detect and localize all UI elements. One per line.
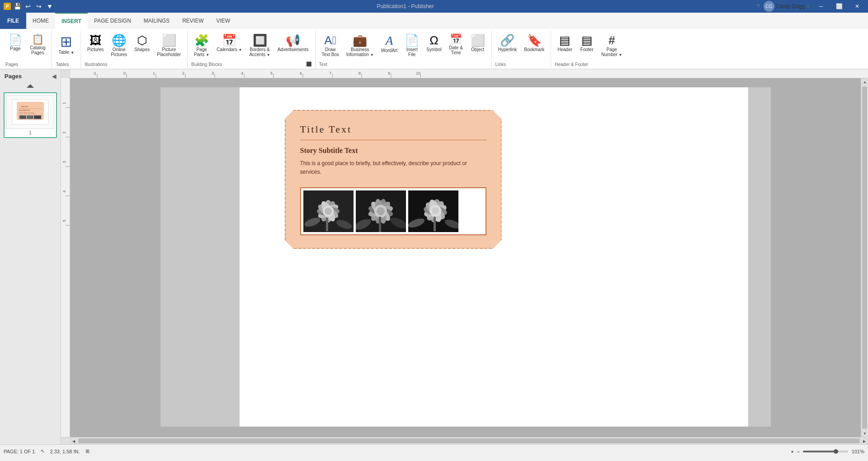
ribbon-group-building-blocks: 🧩 PageParts ▼ 📅 Calendars ▼ 🔲 Borders &A… — [188, 31, 316, 69]
title-bar: P 💾 ↩ ↪ ▼ Publication1 - Publisher ? CG … — [0, 0, 868, 13]
insert-file-button[interactable]: 📄 InsertFile — [402, 33, 422, 59]
scroll-right-button[interactable]: ▶ — [861, 437, 868, 444]
scroll-corner-bl — [61, 437, 70, 444]
view-outline-icon[interactable]: ▫ — [797, 448, 799, 455]
building-blocks-expand[interactable]: ⬛ — [306, 62, 311, 67]
scroll-down-button[interactable]: ▼ — [861, 430, 868, 437]
redo-qat-button[interactable]: ↪ — [34, 2, 43, 11]
tab-page-design[interactable]: PAGE DESIGN — [88, 13, 137, 29]
page-number-button[interactable]: # PageNumber ▼ — [599, 33, 625, 59]
ribbon: FILE HOME INSERT PAGE DESIGN MAILINGS RE… — [0, 13, 868, 69]
table-label: Table ▼ — [58, 50, 74, 55]
draw-text-box-button[interactable]: A⃞ DrawText Box — [319, 33, 342, 59]
save-qat-button[interactable]: 💾 — [13, 2, 22, 11]
page-parts-label: PageParts ▼ — [194, 47, 209, 57]
tab-home[interactable]: HOME — [26, 13, 55, 29]
table-icon: ⊞ — [60, 34, 72, 49]
picture-placeholder-button[interactable]: ⬜ PicturePlaceholder — [154, 33, 184, 59]
borders-accents-button[interactable]: 🔲 Borders &Accents ▼ — [246, 33, 273, 59]
hyperlink-icon: 🔗 — [500, 34, 514, 46]
tab-mailings[interactable]: MAILINGS — [137, 13, 176, 29]
status-right: ▪ ▫ 101% — [791, 448, 864, 455]
hyperlink-button[interactable]: 🔗 Hyperlink — [495, 33, 520, 54]
zoom-slider-fill — [803, 451, 835, 452]
scroll-left-button[interactable]: ◀ — [70, 437, 77, 444]
business-info-label: BusinessInformation ▼ — [346, 47, 374, 57]
page-preview-svg: Title Text Story Subtitle Text This is a… — [10, 97, 51, 127]
symbol-button[interactable]: Ω Symbol — [424, 33, 444, 54]
draw-text-box-icon: A⃞ — [324, 34, 336, 46]
pub-image-3 — [408, 190, 458, 232]
bookmark-button[interactable]: 🔖 Bookmark — [521, 33, 547, 54]
tab-file[interactable]: FILE — [0, 13, 26, 29]
page-button[interactable]: 📄 Page — [5, 33, 25, 53]
restore-button[interactable]: ⬜ — [832, 0, 846, 13]
svg-text:Story Subtitle Text: Story Subtitle Text — [19, 109, 30, 111]
header-label: Header — [557, 47, 572, 52]
flower-svg-1 — [303, 190, 354, 232]
svg-text:3: 3 — [212, 71, 214, 76]
view-icon: ⊞ — [85, 448, 90, 454]
catalog-pages-button[interactable]: 📋 CatalogPages — [27, 33, 48, 57]
svg-text:2: 2 — [182, 71, 184, 76]
zoom-slider-thumb[interactable] — [834, 449, 838, 454]
svg-text:3: 3 — [62, 161, 66, 163]
date-time-button[interactable]: 📅 Date &Time — [446, 33, 466, 57]
calendars-button[interactable]: 📅 Calendars ▼ — [214, 33, 245, 54]
vertical-scrollbar[interactable]: ▲ ▼ — [861, 78, 868, 437]
building-blocks-bottom: Building Blocks ⬛ — [191, 61, 311, 67]
page-parts-button[interactable]: 🧩 PageParts ▼ — [191, 33, 212, 59]
object-button[interactable]: ⬜ Object — [468, 33, 488, 54]
wordart-button[interactable]: A WordArt — [378, 33, 401, 55]
user-name[interactable]: Cindy Grigg — [776, 3, 805, 10]
zoom-percent: 101% — [852, 449, 864, 454]
pages-panel-collapse-button[interactable]: ◀ — [52, 73, 56, 80]
pictures-button[interactable]: 🖼 Pictures — [85, 33, 106, 54]
page-thumb-inner: Title Text Story Subtitle Text This is a… — [6, 95, 54, 129]
scroll-thumb-vertical[interactable] — [862, 86, 867, 429]
business-info-button[interactable]: 💼 BusinessInformation ▼ — [344, 33, 377, 59]
svg-text:9: 9 — [388, 71, 390, 76]
tab-view[interactable]: VIEW — [210, 13, 237, 29]
zoom-slider[interactable] — [803, 451, 848, 452]
main-canvas[interactable]: Title Text Story Subtitle Text This is a… — [70, 78, 861, 437]
header-icon: ▤ — [559, 34, 571, 46]
online-pictures-button[interactable]: 🌐 OnlinePictures — [108, 33, 130, 59]
pub-shape: Title Text Story Subtitle Text This is a… — [285, 110, 502, 249]
date-time-icon: 📅 — [450, 34, 462, 44]
calendars-label: Calendars ▼ — [217, 47, 242, 52]
scroll-thumb-horizontal[interactable] — [78, 438, 860, 443]
shapes-button[interactable]: ⬡ Shapes — [132, 33, 152, 54]
svg-text:1: 1 — [62, 102, 66, 104]
svg-text:5: 5 — [62, 219, 66, 222]
tables-group-bottom: Tables — [56, 61, 77, 67]
header-footer-label: Header & Footer — [555, 62, 588, 67]
minimize-button[interactable]: ─ — [814, 0, 828, 13]
page-thumbnail-1[interactable]: Title Text Story Subtitle Text This is a… — [4, 92, 57, 138]
pages-group-bottom: Pages — [5, 61, 48, 67]
close-button[interactable]: ✕ — [850, 0, 864, 13]
insert-file-label: InsertFile — [406, 47, 418, 57]
svg-text:6: 6 — [300, 71, 302, 76]
tab-insert[interactable]: INSERT — [55, 13, 88, 29]
table-button[interactable]: ⊞ Table ▼ — [56, 33, 77, 57]
shapes-icon: ⬡ — [137, 34, 147, 46]
pages-panel-header: Pages ◀ — [0, 69, 61, 83]
header-button[interactable]: ▤ Header — [555, 33, 575, 54]
customize-qat-button[interactable]: ▼ — [45, 2, 54, 11]
view-normal-icon[interactable]: ▪ — [791, 448, 793, 455]
picture-placeholder-icon: ⬜ — [162, 34, 176, 46]
user-dropdown-arrow[interactable]: ▼ — [807, 5, 810, 9]
scroll-up-button[interactable]: ▲ — [861, 78, 868, 86]
links-group-label: Links — [495, 62, 506, 67]
user-area: CG Cindy Grigg ▼ — [764, 1, 810, 12]
pictures-label: Pictures — [87, 47, 104, 52]
footer-button[interactable]: ▤ Footer — [577, 33, 597, 54]
ribbon-group-links: 🔗 Hyperlink 🔖 Bookmark Links — [492, 31, 552, 69]
tab-review[interactable]: REVIEW — [176, 13, 210, 29]
help-icon[interactable]: ? — [756, 3, 760, 10]
advertisements-button[interactable]: 📢 Advertisements — [275, 33, 311, 54]
undo-qat-button[interactable]: ↩ — [24, 2, 33, 11]
pub-title: Title Text — [300, 124, 486, 140]
svg-text:describe your product or servi: describe your product or services. — [19, 113, 36, 114]
